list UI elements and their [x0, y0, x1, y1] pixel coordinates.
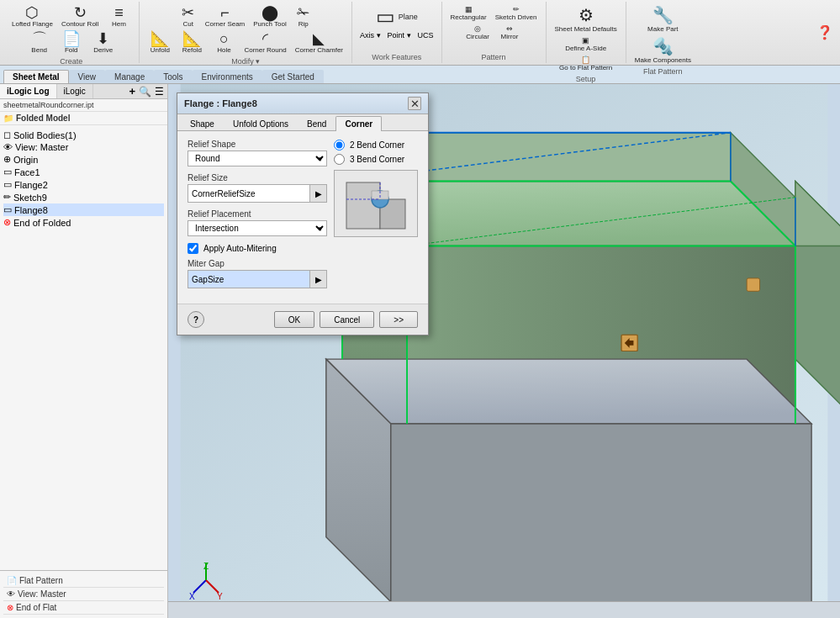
relief-shape-select-wrapper: Round Square Tear Trim to Bend [188, 151, 327, 166]
mirror-label: Mirror [501, 33, 519, 40]
flat-pattern-group: 🔧 Make Part 🔩 Make Components Flat Patte… [626, 2, 700, 63]
lofted-flange-button[interactable]: ⬡ Lofted Flange [8, 3, 56, 29]
tree-view-master-1[interactable]: 👁 View: Master [3, 141, 164, 153]
panel-tabs: iLogic Log iLogic + 🔍 ☰ [0, 84, 167, 99]
dialog-help-button[interactable]: ? [188, 311, 204, 328]
corner-round-label: Corner Round [244, 46, 286, 54]
work-features-group: ▭ Plane Axis ▾ Point ▾ UCS Work Features [352, 2, 442, 63]
relief-placement-select[interactable]: Intersection Adjacent Bends Full Round [188, 220, 327, 236]
dialog-titlebar[interactable]: Flange : Flange8 ✕ [177, 93, 428, 114]
fold-button[interactable]: 📄 Fold [56, 29, 87, 55]
ribbon-tab-environments[interactable]: Environments [193, 70, 262, 83]
ribbon-tab-getstarted[interactable]: Get Started [262, 70, 324, 83]
three-bend-corner-radio[interactable] [334, 154, 345, 165]
dialog-title: Flange : Flange8 [184, 98, 257, 108]
two-bend-corner-label: 2 Bend Corner [350, 140, 404, 150]
apply-auto-mitering-label: Apply Auto-Mitering [203, 244, 277, 253]
rectangular-button[interactable]: ▦ Rectangular [447, 3, 490, 23]
point-button[interactable]: Point ▾ [385, 30, 414, 40]
refold-button[interactable]: 📐 Refold [177, 29, 207, 55]
help-icon[interactable]: ❓ [816, 24, 833, 40]
sheet-metal-defaults-button[interactable]: ⚙ Sheet Metal Defaults [552, 3, 621, 34]
ribbon-tab-view[interactable]: View [69, 70, 106, 83]
tree-face1[interactable]: ▭ Face1 [3, 166, 164, 178]
dialog-ok-button[interactable]: OK [274, 311, 314, 328]
folded-model-icon: 📁 [3, 114, 13, 123]
relief-shape-group: Relief Shape Round Square Tear Trim to B… [188, 140, 327, 166]
face1-label: Face1 [14, 167, 40, 177]
punch-tool-icon: ⬤ [262, 5, 278, 20]
make-components-button[interactable]: 🔩 Make Components [631, 34, 695, 66]
mirror-button[interactable]: ⇔ Mirror [494, 23, 525, 42]
relief-size-arrow-btn[interactable]: ▶ [309, 185, 326, 202]
dialog-expand-button[interactable]: >> [379, 311, 418, 328]
cut-button[interactable]: ✂ Cut [177, 3, 200, 29]
dialog-close-button[interactable]: ✕ [408, 97, 421, 110]
svg-text:X: X [189, 592, 195, 601]
tree-end-of-folded[interactable]: ⊗ End of Folded [3, 216, 164, 229]
work-features-group-label: Work Features [372, 51, 421, 61]
dialog-cancel-button[interactable]: Cancel [320, 311, 374, 328]
ribbon-tab-manage[interactable]: Manage [105, 70, 154, 83]
axis-button[interactable]: Axis ▾ [357, 30, 383, 40]
relief-size-field: ▶ [188, 184, 327, 203]
corner-seam-button[interactable]: ⌐ Corner Seam [202, 3, 249, 29]
dialog-tab-shape[interactable]: Shape [181, 116, 224, 131]
rectangular-icon: ▦ [465, 5, 473, 13]
apply-auto-mitering-checkbox[interactable] [188, 243, 198, 254]
tree-flange2[interactable]: ▭ Flange2 [3, 178, 164, 191]
hole-button[interactable]: ○ Hole [209, 29, 239, 55]
define-a-side-button[interactable]: ▣ Define A-Side [562, 34, 610, 54]
panel-menu-icon[interactable]: ☰ [155, 86, 164, 98]
tree-solid-bodies[interactable]: ◻ Solid Bodies(1) [3, 129, 164, 141]
plane-button[interactable]: ▭ Plane [372, 3, 421, 30]
view-master-label: View: Master [18, 589, 66, 599]
punch-tool-button[interactable]: ⬤ Punch Tool [250, 3, 289, 29]
dialog-tab-unfold-options[interactable]: Unfold Options [224, 116, 298, 131]
solid-bodies-label: Solid Bodies(1) [13, 130, 77, 140]
hem-icon: ≡ [114, 5, 124, 20]
svg-text:Z: Z [203, 562, 209, 571]
bend-button[interactable]: ⌒ Bend [24, 29, 55, 55]
miter-gap-group: Miter Gap ▶ [188, 259, 327, 288]
flange2-label: Flange2 [14, 180, 48, 190]
ribbon-tab-sheetmetal[interactable]: Sheet Metal [3, 70, 69, 83]
sketch-driven-button[interactable]: ✏ Sketch Driven [492, 3, 541, 23]
end-of-folded-icon: ⊗ [3, 217, 11, 228]
tree-origin[interactable]: ⊕ Origin [3, 153, 164, 166]
contour-roll-button[interactable]: ↻ Contour Roll [58, 3, 102, 29]
hem-button[interactable]: ≡ Hem [103, 3, 134, 29]
miter-gap-input[interactable] [188, 273, 309, 286]
create-row-1: ⬡ Lofted Flange ↻ Contour Roll ≡ Hem [8, 3, 134, 29]
file-name-section: sheetmetalRoundcorner.ipt [0, 99, 167, 112]
panel-tab-ilogic-log[interactable]: iLogic Log [0, 84, 57, 98]
flat-pattern-section: 📄 Flat Pattern [3, 574, 164, 588]
ucs-button[interactable]: UCS [415, 30, 436, 40]
corner-round-button[interactable]: ◜ Corner Round [240, 29, 289, 55]
derive-button[interactable]: ⬇ Derive [88, 29, 119, 55]
panel-search-icon[interactable]: 🔍 [139, 86, 151, 98]
unfold-button[interactable]: 📐 Unfold [145, 29, 175, 55]
two-bend-corner-radio[interactable] [334, 140, 345, 151]
end-of-flat-section: ⊗ End of Flat [3, 601, 164, 615]
miter-gap-arrow-btn[interactable]: ▶ [309, 271, 326, 288]
flat-pattern-label: Flat Pattern [19, 576, 63, 585]
viewport[interactable]: X Y Z Flange : Flange8 ✕ Shape Unfold Op… [168, 84, 840, 618]
make-part-button[interactable]: 🔧 Make Part [644, 3, 681, 34]
corner-chamfer-button[interactable]: ◣ Corner Chamfer [292, 29, 346, 55]
panel-tab-ilogic[interactable]: iLogic [57, 84, 93, 98]
relief-shape-select[interactable]: Round Square Tear Trim to Bend [188, 151, 327, 166]
tree-sketch9[interactable]: ✏ Sketch9 [3, 191, 164, 203]
dialog-tab-corner[interactable]: Corner [335, 116, 382, 131]
relief-size-input[interactable] [188, 188, 309, 200]
rip-button[interactable]: ✁ Rip [292, 3, 315, 29]
dialog-tab-bend[interactable]: Bend [298, 116, 335, 131]
left-panel: iLogic Log iLogic + 🔍 ☰ sheetmetalRoundc… [0, 84, 168, 618]
add-tab-button[interactable]: + [129, 85, 135, 98]
circular-button[interactable]: ◎ Circular [462, 23, 493, 42]
svg-marker-11 [391, 424, 811, 602]
bend-icon: ⌒ [32, 31, 47, 46]
ribbon-tab-tools[interactable]: Tools [154, 70, 192, 83]
tree-flange8[interactable]: ▭ Flange8 [3, 203, 164, 216]
go-to-flat-pattern-button[interactable]: 📋 Go to Flat Pattern [556, 54, 615, 73]
